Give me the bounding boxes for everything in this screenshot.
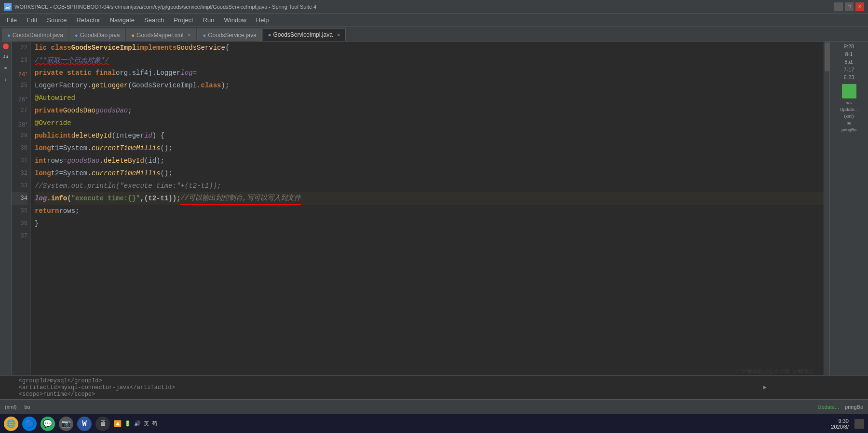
window-title: WORKSPACE - CGB-SPRINGBOOT-04/src/main/j… [14,4,316,10]
status-update: Update... [817,404,839,410]
line-num-36: 36 [12,217,27,230]
code-line-22: lic class GoodsServiceImpl implements Go… [35,42,824,54]
menu-search[interactable]: Search [139,14,169,26]
ws-label: ws [846,100,852,105]
systray-network: 🔼 [114,420,122,428]
menu-source[interactable]: Source [42,14,71,26]
tab-goodsdaoimpl[interactable]: ● GoodsDaoImpl.java [2,28,68,41]
scroll-thumb[interactable] [825,42,829,71]
menu-run[interactable]: Run [198,14,219,26]
line-num-34: 34 [12,192,27,205]
bottom-right: ▶ [763,384,767,391]
code-line-28: @Override [35,117,824,129]
code-line-29: public int deleteById(Integer id) { [35,129,824,142]
update-label: Update... [840,107,858,112]
line-num-29: 29 [12,129,27,142]
vertical-scrollbar[interactable] [824,42,829,375]
code-line-30: long t1=System.currentTimeMillis(); [35,142,824,154]
sidebar-icon-2[interactable]: ≡ [2,65,10,72]
code-line-23: /**获取一个日志对象*/ [35,54,824,67]
tabs-bar: ● GoodsDaoImpl.java ● GoodsDao.java ● Go… [0,27,868,42]
taskbar-edge[interactable]: 🔵 [22,417,37,431]
line-num-22: 22 [12,42,27,54]
tab-goodsserviceimpl[interactable]: ● GoodsServiceImpl.java ✕ [263,28,346,41]
line-num-28: 28• [12,117,27,129]
line-num-32: 32 [12,167,27,180]
code-line-32: long t2=System.currentTimeMillis(); [35,167,824,180]
menu-navigate[interactable]: Navigate [105,14,139,26]
line-num-33: 33 [12,180,27,192]
status-pringbo: pringBo [845,404,863,410]
line-num-27: 27 [12,104,27,117]
status-xml: (xml) [5,404,16,410]
code-line-36: } [35,217,824,230]
left-sidebar: Ju ≡ ↕ [0,42,12,375]
xml-label: (xml) [844,114,854,119]
code-line-33: //System.out.println("execute time:"+(t2… [35,180,824,192]
menu-file[interactable]: File [2,14,22,26]
tab-close-icon[interactable]: ✕ [187,32,191,38]
code-line-26: @Autowired [35,92,824,104]
code-line-31: int rows=goodsDao.deleteById(id); [35,154,824,167]
titlebar: ☕ WORKSPACE - CGB-SPRINGBOOT-04/src/main… [0,0,868,14]
right-item-4: 6-23 [843,74,854,80]
editor-main: Ju ≡ ↕ 22 23 24• 25 26• 27 28• 29 30 31 … [0,42,868,375]
code-line-35: return rows; [35,205,824,217]
app-icon: ☕ [4,3,12,11]
line-num-25: 25 [12,79,27,92]
taskbar-systray: 🔼 🔋 🔊 英 苟 [114,420,157,428]
line-num-31: 31 [12,154,27,167]
menu-window[interactable]: Window [219,14,251,26]
code-editor[interactable]: lic class GoodsServiceImpl implements Go… [31,42,824,375]
tab-close-active-icon[interactable]: ✕ [337,32,340,38]
close-button[interactable]: ✕ [855,2,864,11]
line-num-26: 26• [12,92,27,104]
taskbar: 🌐 🔵 💬 📷 W 🖥 🔼 🔋 🔊 英 苟 9:30 2020/8/ [0,414,868,433]
maximize-button[interactable]: □ [845,2,854,11]
taskbar-monitor[interactable]: 🖥 [95,417,110,431]
taskbar-wechat[interactable]: 💬 [41,417,55,431]
tab-goodsmapper[interactable]: ● GoodsMapper.xml ✕ [126,28,196,41]
taskbar-cam[interactable]: 📷 [59,417,73,431]
systray-ime: 英 [144,420,149,427]
pringbo-label: pringBo [841,127,856,132]
tab-label: GoodsServiceImpl.java [273,31,333,38]
line-num-35: 35 [12,205,27,217]
menu-refactor[interactable]: Refactor [72,14,105,26]
tab-label: GoodsService.java [208,32,257,39]
bottom-panel: <groupId>mysql</groupId> <artifactId>mys… [0,375,868,399]
menubar: File Edit Source Refactor Navigate Searc… [0,14,868,27]
taskbar-chrome[interactable]: 🌐 [4,417,18,431]
minimize-button[interactable]: — [834,2,843,11]
line-num-30: 30 [12,142,27,154]
right-item-3: 7-17 [843,67,854,72]
tab-label: GoodsDaoImpl.java [13,32,63,39]
sidebar-icon-3[interactable]: ↕ [2,76,10,84]
tab-label: GoodsDao.java [80,32,120,39]
systray-ime2: 苟 [152,420,157,427]
breakpoint-icon [3,43,9,49]
tab-label: GoodsMapper.xml [136,32,183,39]
menu-help[interactable]: Help [251,14,274,26]
status-bo: bo [24,404,30,410]
sidebar-icon-1[interactable]: Ju [2,53,10,61]
tab-goodsdao[interactable]: ● GoodsDao.java [69,28,125,41]
code-line-27: private GoodsDao goodsDao; [35,104,824,117]
menu-edit[interactable]: Edit [22,14,42,26]
tab-goodsservice[interactable]: ● GoodsService.java [197,28,261,41]
code-line-34: log.info("execute time:{}",(t2-t1));//可以… [35,192,824,205]
right-item-2: 8,d. [844,59,853,65]
statusbar: (xml) bo Update... pringBo [0,399,868,414]
show-desktop-button[interactable] [854,419,864,429]
line-numbers: 22 23 24• 25 26• 27 28• 29 30 31 32 33 3… [12,42,31,375]
bo-label: bo [846,121,851,126]
right-time-1: 9:28 [844,43,854,49]
taskbar-clock: 9:30 2020/8/ [831,418,849,430]
arrow-right-icon[interactable]: ▶ [763,384,767,391]
systray-volume: 🔊 [134,420,141,427]
taskbar-word[interactable]: W [77,417,92,431]
right-item-1: 8-1 [845,51,853,57]
green-indicator [842,84,856,98]
menu-project[interactable]: Project [169,14,198,26]
code-line-25: LoggerFactory.getLogger(GoodsServiceImpl… [35,79,824,92]
